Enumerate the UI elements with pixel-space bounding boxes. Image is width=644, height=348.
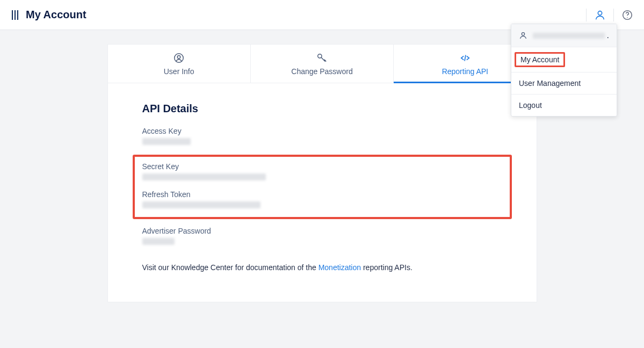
highlight-secret-refresh: Secret Key Refresh Token: [133, 155, 512, 219]
dropdown-my-account-highlight: My Account: [515, 52, 565, 67]
access-key-label: Access Key: [142, 127, 502, 135]
user-icon[interactable]: [594, 9, 606, 21]
footer-prefix: Visit our Knowledge Center for documenta…: [142, 263, 319, 272]
divider: [613, 9, 614, 21]
dropdown-logout[interactable]: Logout: [511, 95, 617, 116]
divider: [586, 9, 587, 21]
secret-key-value-blurred: [142, 173, 266, 180]
page-title: My Account: [26, 9, 86, 21]
user-circle-icon: [173, 52, 185, 64]
top-bar: My Account .: [0, 0, 644, 30]
secret-key-label: Secret Key: [142, 162, 502, 171]
dropdown-my-account[interactable]: My Account: [511, 47, 617, 73]
svg-point-6: [318, 54, 322, 57]
tab-change-password[interactable]: Change Password: [251, 45, 394, 83]
access-key-value-blurred: [142, 138, 191, 145]
tab-bar: User Info Change Password Reporting API: [108, 45, 537, 83]
user-small-icon: [519, 31, 527, 40]
svg-point-4: [175, 53, 184, 62]
svg-point-5: [177, 55, 180, 59]
key-icon: [316, 52, 328, 64]
tab-change-password-label: Change Password: [291, 67, 352, 76]
refresh-token-label: Refresh Token: [142, 190, 502, 199]
field-secret-key: Secret Key: [142, 162, 502, 183]
dropdown-user-management[interactable]: User Management: [511, 73, 617, 95]
dropdown-user-row: .: [511, 24, 617, 47]
dropdown-my-account-label: My Account: [520, 55, 559, 64]
dropdown-username-suffix: .: [607, 31, 609, 40]
advertiser-password-value-blurred: [142, 238, 175, 245]
help-icon[interactable]: [621, 9, 633, 21]
footer-note: Visit our Knowledge Center for documenta…: [142, 263, 502, 272]
refresh-token-value-blurred: [142, 201, 261, 208]
svg-point-2: [627, 17, 627, 18]
tab-reporting-api-label: Reporting API: [442, 67, 488, 76]
monetization-link[interactable]: Monetization: [319, 263, 361, 272]
field-advertiser-password: Advertiser Password: [142, 227, 502, 247]
tab-user-info-label: User Info: [164, 67, 194, 76]
main-panel: User Info Change Password Reporting API …: [107, 44, 537, 302]
field-access-key: Access Key: [142, 127, 502, 147]
menu-toggle-icon[interactable]: [12, 10, 18, 20]
footer-suffix: reporting APIs.: [361, 263, 413, 272]
advertiser-password-label: Advertiser Password: [142, 227, 502, 235]
dropdown-username-blurred: [533, 33, 605, 39]
svg-point-3: [522, 33, 524, 35]
user-dropdown: . My Account User Management Logout: [511, 24, 617, 117]
field-refresh-token: Refresh Token: [142, 190, 502, 211]
tab-user-info[interactable]: User Info: [108, 45, 251, 83]
svg-point-0: [598, 11, 602, 15]
panel-body: API Details Access Key Secret Key Refres…: [108, 83, 537, 302]
section-title: API Details: [142, 103, 502, 115]
code-icon: [459, 52, 471, 64]
